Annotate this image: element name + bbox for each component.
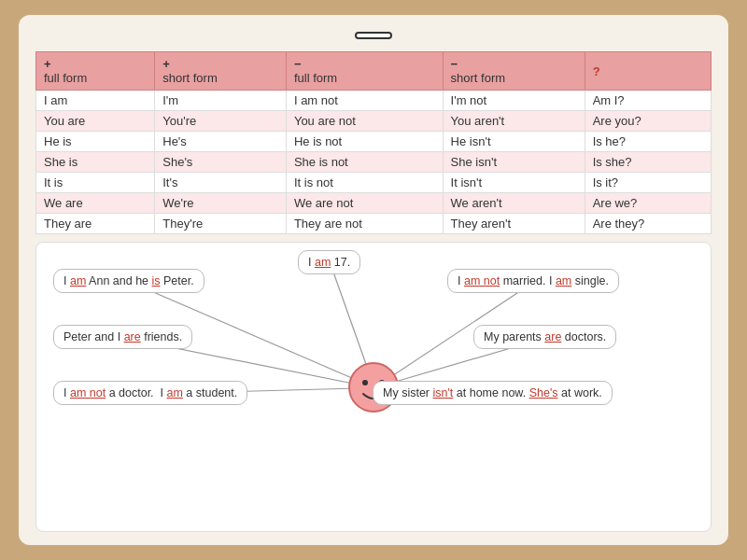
- table-cell: I'm: [155, 91, 287, 111]
- table-cell: He is not: [286, 132, 443, 152]
- table-row: It isIt'sIt is notIt isn'tIs it?: [36, 173, 712, 193]
- table-cell: You are: [36, 111, 155, 132]
- table-cell: We're: [155, 193, 287, 214]
- table-cell: They're: [155, 214, 287, 234]
- table-cell: Is she?: [585, 152, 711, 173]
- bubble-not-married: I am not married. I am single.: [447, 269, 619, 293]
- table-row: She isShe'sShe is notShe isn'tIs she?: [36, 152, 712, 173]
- table-cell: Am I?: [585, 91, 711, 111]
- table-cell: She is not: [286, 152, 443, 173]
- table-cell: We are: [36, 193, 155, 214]
- col-header-neg-full: −full form: [286, 52, 443, 91]
- verb-table: +full form +short form −full form −short…: [35, 51, 712, 234]
- col-header-pos-full: +full form: [36, 52, 155, 91]
- table-cell: I am: [36, 91, 155, 111]
- table-cell: You're: [155, 111, 287, 132]
- table-cell: I am not: [286, 91, 443, 111]
- bubble-parents: My parents are doctors.: [473, 325, 616, 349]
- table-cell: We are not: [286, 193, 443, 214]
- bubble-not-doctor: I am not a doctor. I am a student.: [53, 381, 247, 405]
- table-cell: It's: [155, 173, 287, 193]
- table-row: You areYou'reYou are notYou aren'tAre yo…: [36, 111, 712, 132]
- bubble-ann-peter: I am Ann and he is Peter.: [53, 269, 204, 293]
- table-cell: They are: [36, 214, 155, 234]
- table-cell: Is he?: [585, 132, 711, 152]
- table-cell: They aren't: [443, 214, 585, 234]
- table-row: I amI'mI am notI'm notAm I?: [36, 91, 712, 111]
- table-cell: She's: [155, 152, 287, 173]
- col-header-neg-short: −short form: [443, 52, 585, 91]
- table-cell: It is not: [286, 173, 443, 193]
- table-cell: It is: [36, 173, 155, 193]
- table-cell: Are we?: [585, 193, 711, 214]
- bubble-friends: Peter and I are friends.: [53, 325, 192, 349]
- page-title: [355, 32, 392, 39]
- bubble-i-am-17: I am 17.: [298, 250, 360, 274]
- table-cell: Is it?: [585, 173, 711, 193]
- svg-point-8: [362, 380, 368, 385]
- table-cell: He isn't: [443, 132, 585, 152]
- table-row: He isHe'sHe is notHe isn'tIs he?: [36, 132, 712, 152]
- table-cell: He's: [155, 132, 287, 152]
- table-cell: She is: [36, 152, 155, 173]
- bubble-sister: My sister isn't at home now. She's at wo…: [373, 381, 613, 405]
- col-header-question: ?: [585, 52, 711, 91]
- bottom-section: I am 17. I am Ann and he is Peter. Peter…: [35, 242, 712, 532]
- table-cell: We aren't: [443, 193, 585, 214]
- table-row: They areThey'reThey are notThey aren'tAr…: [36, 214, 712, 234]
- table-cell: Are they?: [585, 214, 711, 234]
- table-row: We areWe'reWe are notWe aren'tAre we?: [36, 193, 712, 214]
- table-cell: They are not: [286, 214, 443, 234]
- main-card: +full form +short form −full form −short…: [19, 15, 728, 545]
- col-header-pos-short: +short form: [155, 52, 287, 91]
- table-cell: She isn't: [443, 152, 585, 173]
- table-cell: I'm not: [443, 91, 585, 111]
- table-cell: Are you?: [585, 111, 711, 132]
- table-cell: You aren't: [443, 111, 585, 132]
- table-cell: It isn't: [443, 173, 585, 193]
- title-box: [35, 28, 712, 42]
- table-cell: You are not: [286, 111, 443, 132]
- table-cell: He is: [36, 132, 155, 152]
